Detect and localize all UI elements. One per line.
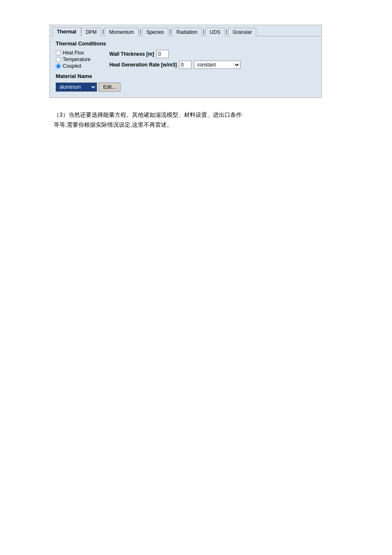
description-text: （3）当然还要选择能量方程。其他诸如湍流模型、材料设置、进出口条件等等,需要你根… bbox=[54, 110, 375, 130]
thermal-conditions-title: Thermal Conditions bbox=[56, 40, 316, 47]
material-row: aluminum steel copper Edit... bbox=[56, 83, 316, 92]
radio-coupled-input[interactable] bbox=[56, 64, 61, 69]
radio-heat-flux-input[interactable] bbox=[56, 50, 61, 56]
tab-thermal[interactable]: Thermal bbox=[52, 27, 81, 36]
material-name-title: Material Name bbox=[56, 73, 316, 79]
tab-uds[interactable]: UDS bbox=[205, 28, 224, 36]
radio-heat-flux[interactable]: Heat Flux bbox=[56, 50, 105, 56]
wall-thickness-label: Wall Thickness [m] bbox=[109, 51, 154, 57]
dialog-content: Thermal Conditions Heat Flux Temperature bbox=[50, 36, 321, 97]
heat-generation-label: Heat Generation Rate [w/m3] bbox=[109, 62, 177, 68]
page-container: Thermal DPM | Momentum | Species | Radia… bbox=[0, 0, 392, 146]
wall-thickness-input[interactable] bbox=[156, 50, 169, 58]
edit-button[interactable]: Edit... bbox=[99, 83, 120, 92]
material-select[interactable]: aluminum steel copper bbox=[56, 83, 97, 92]
tab-separator-4: | bbox=[202, 28, 205, 34]
tab-separator-5: | bbox=[225, 28, 228, 34]
tab-dpm[interactable]: DPM bbox=[81, 28, 102, 36]
wall-thickness-row: Wall Thickness [m] bbox=[109, 50, 316, 58]
radio-temperature-input[interactable] bbox=[56, 57, 61, 62]
heat-generation-row: Heat Generation Rate [w/m3] constant pol… bbox=[109, 61, 316, 69]
tab-radiation[interactable]: Radiation bbox=[172, 28, 202, 36]
tab-species[interactable]: Species bbox=[142, 28, 169, 36]
radio-temperature[interactable]: Temperature bbox=[56, 57, 105, 62]
thermal-conditions-row: Heat Flux Temperature Coupled Wa bbox=[56, 50, 316, 69]
tab-momentum[interactable]: Momentum bbox=[104, 28, 138, 36]
heat-generation-input[interactable] bbox=[179, 61, 191, 69]
fields-area: Wall Thickness [m] Heat Generation Rate … bbox=[109, 50, 316, 69]
heat-generation-dropdown[interactable]: constant polynomial piecewise-linear bbox=[194, 61, 241, 69]
tab-granular[interactable]: Granular bbox=[228, 28, 257, 36]
radio-group: Heat Flux Temperature Coupled bbox=[56, 50, 109, 69]
tab-separator-3: | bbox=[169, 28, 172, 34]
dialog-box: Thermal DPM | Momentum | Species | Radia… bbox=[50, 25, 322, 98]
tab-separator-2: | bbox=[139, 28, 142, 34]
radio-coupled[interactable]: Coupled bbox=[56, 63, 105, 69]
material-section: Material Name aluminum steel copper Edit… bbox=[56, 73, 316, 92]
tab-bar: Thermal DPM | Momentum | Species | Radia… bbox=[50, 25, 321, 36]
tab-separator-1: | bbox=[102, 28, 104, 34]
